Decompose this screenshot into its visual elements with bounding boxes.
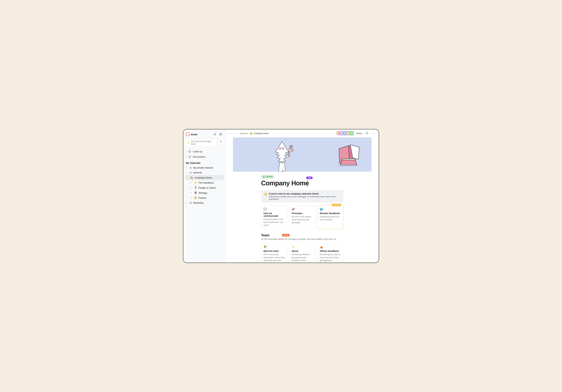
svg-point-6 — [373, 133, 373, 133]
card-title: Offsite Handbook — [320, 250, 341, 252]
card-desc: We don't force values, we're driven by f… — [292, 215, 313, 224]
card-title: How we communicate — [264, 212, 285, 217]
channels-header: My Channels — [185, 159, 224, 165]
cover-image[interactable] — [233, 137, 372, 172]
collapse-sidebar-icon[interactable] — [218, 132, 223, 137]
caret-icon: ▸ — [186, 167, 188, 169]
notifications-icon[interactable] — [212, 132, 217, 137]
nav-label: Catch up — [193, 150, 202, 153]
page-title[interactable]: Company Home — [261, 180, 343, 187]
search-button[interactable] — [218, 138, 224, 144]
breadcrumb-root[interactable]: General — [240, 132, 247, 135]
section-heading-team[interactable]: Team — [261, 233, 343, 237]
section-sub-team: Amine All the essentials about the compa… — [261, 238, 343, 240]
card-offsite[interactable]: ⛺ Offsite Handbook Everything you need t… — [317, 243, 343, 263]
title-row: Company Home Juan — [261, 180, 343, 187]
page-people[interactable]: ▸ 🏅 People & culture — [185, 185, 224, 190]
callout-bold: If you're new to our company, welcome ho… — [269, 192, 341, 195]
svg-point-1 — [220, 141, 221, 142]
breadcrumb-current: Company home — [254, 132, 269, 135]
book-icon: 📒 — [194, 196, 197, 199]
dot-icon — [186, 156, 187, 157]
page-icon — [189, 172, 192, 174]
card-title: Remote Handbook — [320, 212, 341, 215]
caret-icon: ▸ — [190, 182, 193, 184]
check-circle-icon — [263, 176, 265, 178]
comments-icon[interactable] — [364, 131, 369, 136]
topbar-right: Share — [338, 131, 376, 136]
app-window: Acme ✨ Ask your knowledge base Catch up — [183, 129, 379, 263]
lock-icon — [189, 167, 192, 169]
page-policies[interactable]: ▸ 📒 Policies — [185, 195, 224, 200]
page-label: Strategy — [198, 192, 207, 194]
people-icon: 👯 — [264, 245, 285, 248]
more-icon[interactable] — [371, 131, 376, 136]
breadcrumb-separator: / — [248, 132, 249, 135]
topbar: General / 🏡 Company home Share — [226, 129, 379, 137]
channel-label: My private channel — [193, 166, 213, 169]
svg-point-10 — [282, 148, 284, 150]
rocket-icon: 🚀 — [292, 208, 313, 211]
caret-icon: ▸ — [186, 202, 188, 204]
page-strategy[interactable]: ▸ 🔮 Strategy — [185, 190, 224, 195]
page-label: Policies — [198, 197, 207, 199]
callout-text: If you're new to our company, welcome ho… — [269, 192, 341, 200]
page-label: People & culture — [198, 186, 216, 189]
card-grid-team: 👯 Meet the team Get to know your teammat… — [261, 243, 343, 263]
svg-point-9 — [279, 148, 281, 150]
nav-discussions[interactable]: Discussions — [185, 154, 224, 159]
share-button[interactable]: Share — [356, 132, 362, 135]
card-desc: Everything you need to know about the te… — [320, 253, 341, 262]
search-row: ✨ Ask your knowledge base — [185, 138, 224, 147]
card-principles[interactable]: 🚀 Principles We don't force values, we'r… — [289, 205, 315, 229]
sparkles-icon: ✨ — [292, 245, 313, 248]
speech-icon: 💬 — [264, 208, 285, 211]
content: Verified Company Home Juan 👋 If you're n… — [226, 137, 379, 263]
svg-rect-3 — [190, 168, 191, 168]
page-icon — [189, 202, 192, 204]
forward-button[interactable] — [234, 131, 238, 135]
channel-general[interactable]: ▾ General — [185, 170, 224, 175]
channel-label: General — [193, 171, 202, 174]
presence-tag-rebekka: Rebekka — [332, 204, 341, 206]
cursor-icon — [281, 170, 284, 172]
caret-icon: ▸ — [190, 187, 193, 189]
channel-label: Marketing — [193, 202, 204, 204]
svg-point-8 — [374, 133, 375, 133]
crystal-ball-icon: 🔮 — [194, 191, 197, 194]
verified-badge[interactable]: Verified — [261, 175, 274, 179]
search-input[interactable]: ✨ Ask your knowledge base — [185, 138, 216, 147]
caret-down-icon: ▾ — [186, 172, 188, 174]
medal-icon: 🏅 — [194, 186, 197, 189]
card-about[interactable]: ✨ About Everything related to the genesi… — [289, 243, 315, 263]
nav-catch-up[interactable]: Catch up — [185, 149, 224, 154]
svg-point-11 — [337, 164, 357, 166]
illustration-books — [336, 144, 362, 167]
verified-label: Verified — [266, 176, 272, 178]
sparkle-icon: ✨ — [187, 141, 190, 144]
card-desc: Everything about how we do remote. — [320, 215, 341, 221]
channel-marketing[interactable]: ▸ Marketing — [185, 200, 224, 205]
card-remote-handbook[interactable]: Rebekka 🌍 Remote Handbook Everything abo… — [317, 205, 343, 229]
presence-tag-amine: Amine — [282, 234, 290, 237]
wave-icon: 👋 — [264, 192, 267, 200]
presence-avatars[interactable] — [338, 131, 354, 135]
page-company-home[interactable]: 🏡 Company Home — [185, 175, 224, 180]
card-meet-team[interactable]: 👯 Meet the team Get to know your teammat… — [261, 243, 287, 263]
main: General / 🏡 Company home Share — [226, 129, 379, 263]
callout-block[interactable]: 👋 If you're new to our company, welcome … — [261, 190, 343, 203]
workspace-name[interactable]: Acme — [191, 133, 211, 136]
page-handbook[interactable]: ▸ ⭐ The Handbook — [185, 180, 224, 185]
page-label: Company Home — [195, 176, 212, 179]
tent-icon: ⛺ — [320, 245, 341, 248]
page-body: Verified Company Home Juan 👋 If you're n… — [257, 175, 348, 263]
house-icon: 🏡 — [250, 132, 253, 135]
sidebar: Acme ✨ Ask your knowledge base Catch up — [183, 129, 226, 263]
presence-tag-juan: Juan — [306, 177, 313, 179]
channel-private[interactable]: ▸ My private channel — [185, 165, 224, 170]
dot-icon — [186, 151, 187, 152]
sidebar-header: Acme — [185, 131, 224, 138]
card-how-we-communicate[interactable]: 💬 How we communicate Communication is th… — [261, 205, 287, 229]
card-desc: Communication is the key to teamwork. Le… — [264, 218, 285, 227]
back-button[interactable] — [229, 131, 233, 135]
